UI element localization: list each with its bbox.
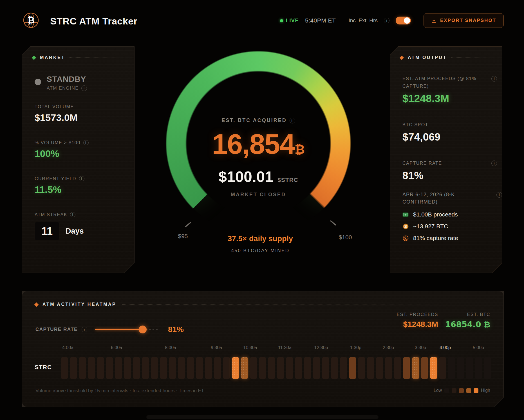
live-dot-icon [280, 19, 283, 22]
heatmap-cell-22[interactable] [259, 357, 266, 379]
svg-text:₿: ₿ [27, 15, 35, 26]
heatmap-cell-47[interactable] [484, 357, 491, 379]
atm-output-panel: ATM OUTPUT iEST. ATM PROCEEDS (@ 81% CAP… [390, 46, 502, 273]
heatmap-cell-38[interactable] [403, 357, 410, 379]
heatmap-cell-15[interactable] [196, 357, 203, 379]
engine-status-value: STANDBY [47, 75, 87, 84]
ext-hours-toggle[interactable] [396, 17, 411, 24]
heatmap-cell-12[interactable] [169, 357, 176, 379]
header-controls: LIVE 5:40PM ET Inc. Ext. Hrs i EXPORT SN… [280, 11, 504, 30]
info-icon[interactable]: i [290, 118, 295, 123]
info-icon[interactable]: i [70, 212, 75, 217]
heatmap-cell-33[interactable] [358, 357, 365, 379]
heatmap-cell-11[interactable] [160, 357, 167, 379]
info-icon[interactable]: i [79, 176, 84, 181]
time-label-1:30p: 1:30p [350, 345, 361, 350]
metric-btc-spot: BTC SPOT$74,069 [402, 121, 490, 143]
heatmap-cell-1[interactable] [70, 357, 77, 379]
live-label: LIVE [286, 17, 299, 24]
heatmap-cell-28[interactable] [313, 357, 320, 379]
heatmap-cell-5[interactable] [106, 357, 113, 379]
info-icon[interactable]: i [384, 18, 389, 23]
heatmap-cell-36[interactable] [385, 357, 392, 379]
info-icon[interactable]: i [496, 192, 502, 198]
heatmap-cell-43[interactable] [448, 357, 455, 379]
heatmap-cell-19[interactable] [232, 357, 239, 379]
slider-knob[interactable] [139, 326, 147, 333]
heatmap-cell-9[interactable] [142, 357, 149, 379]
info-icon[interactable]: i [83, 140, 89, 145]
heatmap-cell-24[interactable] [277, 357, 284, 379]
strc-price: $100.01 $STRC [165, 168, 351, 188]
green-diamond-icon [32, 55, 36, 60]
info-icon[interactable]: i [491, 76, 497, 82]
legend-swatch-2 [459, 388, 464, 393]
heatmap-cell-32[interactable] [349, 357, 356, 379]
heatmap-cell-27[interactable] [304, 357, 311, 379]
heatmap-cell-37[interactable] [394, 357, 401, 379]
toggle-knob [404, 17, 410, 24]
time-label-4:00p: 4:00p [440, 345, 451, 350]
gauge-label-row: EST. BTC ACQUIRED i [165, 118, 351, 123]
info-icon[interactable]: i [82, 327, 87, 332]
heatmap-cell-26[interactable] [295, 357, 302, 379]
heatmap-cell-7[interactable] [124, 357, 131, 379]
heatmap-cell-14[interactable] [187, 357, 194, 379]
heatmap-cell-31[interactable] [340, 357, 347, 379]
info-icon[interactable]: i [81, 85, 87, 91]
heatmap-cell-30[interactable] [331, 357, 338, 379]
market-panel: MARKET STANDBY ATM ENGINE i TOTAL VOLUME… [22, 46, 135, 273]
heatmap-cell-25[interactable] [286, 357, 293, 379]
heatmap-cell-0[interactable] [61, 357, 68, 379]
banknote-icon [402, 212, 409, 217]
ext-hours-label: Inc. Ext. Hrs [348, 17, 377, 24]
heatmap-cell-44[interactable] [457, 357, 464, 379]
live-status: LIVE [280, 17, 299, 24]
heatmap-section-header: ATM ACTIVITY HEATMAP [35, 302, 491, 307]
metric-label: BTC SPOT [402, 122, 428, 127]
event-title: APR 6-12, 2026 (8-K CONFIRMED) [402, 191, 474, 206]
heatmap-cell-34[interactable] [367, 357, 374, 379]
event-items: $1.00B proceeds₿~13,927 BTC81% capture r… [402, 211, 495, 241]
est-btc-value: 16854.0 ₿ [445, 320, 490, 329]
heatmap-cell-4[interactable] [97, 357, 104, 379]
heatmap-cell-6[interactable] [115, 357, 122, 379]
heatmap-cell-8[interactable] [133, 357, 140, 379]
heatmap-cell-10[interactable] [151, 357, 158, 379]
heatmap-cell-29[interactable] [322, 357, 329, 379]
metric-label: CAPTURE RATE [402, 161, 442, 166]
est-proceeds-value: $1248.3M [397, 320, 438, 329]
atm-engine-status: STANDBY ATM ENGINE i [35, 75, 87, 91]
metric-total-volume: TOTAL VOLUME$1573.0M [35, 104, 89, 123]
heatmap-cell-40[interactable] [421, 357, 428, 379]
heatmap-cell-21[interactable] [250, 357, 257, 379]
heatmap-cell-3[interactable] [88, 357, 95, 379]
heatmap-cell-23[interactable] [268, 357, 275, 379]
market-section-header: MARKET [32, 55, 125, 60]
heatmap-cell-41[interactable] [430, 357, 437, 379]
heatmap-cell-17[interactable] [214, 357, 221, 379]
heatmap-cell-39[interactable] [412, 357, 419, 379]
capture-rate-slider[interactable] [95, 326, 158, 333]
heatmap-cell-18[interactable] [223, 357, 230, 379]
heatmap-cell-20[interactable] [241, 357, 248, 379]
time-label-11:30a: 11:30a [278, 345, 292, 350]
heatmap-cell-42[interactable] [439, 357, 446, 379]
atm-output-surface: ATM OUTPUT iEST. ATM PROCEEDS (@ 81% CAP… [390, 47, 502, 273]
heatmap-cell-13[interactable] [178, 357, 185, 379]
metric-est-atm-proceeds-81-capture: iEST. ATM PROCEEDS (@ 81% CAPTURE)$1248.… [402, 75, 490, 105]
heatmap-cell-45[interactable] [466, 357, 473, 379]
time-label-3:30p: 3:30p [415, 345, 426, 350]
standby-dot-icon [35, 79, 41, 85]
time-label-2:30p: 2:30p [383, 345, 394, 350]
capture-rate-control: CAPTURE RATE i 81% [35, 323, 184, 336]
heatmap-cell-2[interactable] [79, 357, 86, 379]
export-snapshot-button[interactable]: EXPORT SNAPSHOT [424, 13, 504, 28]
heatmap-cell-35[interactable] [376, 357, 383, 379]
heatmap-row-label: STRC [35, 364, 52, 371]
orange-diamond-icon [400, 55, 404, 60]
heatmap-cell-16[interactable] [205, 357, 212, 379]
heatmap-cell-46[interactable] [475, 357, 482, 379]
info-icon[interactable]: i [491, 161, 497, 166]
heatmap-cells [61, 357, 491, 379]
